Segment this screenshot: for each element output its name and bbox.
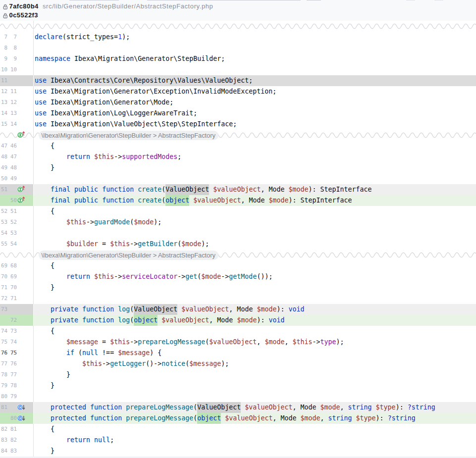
code-text[interactable]: use Ibexa\Contracts\Core\Repository\Valu…: [34, 75, 476, 86]
old-line-number: 71: [0, 282, 7, 293]
code-token: ):: [257, 316, 268, 324]
collapsed-region-separator: \Ibexa\Migration\Generator\StepBuilder >…: [0, 250, 476, 260]
code-text[interactable]: if (null !== $message) {: [34, 348, 476, 358]
code-text[interactable]: protected function prepareLogMessage(Val…: [34, 402, 476, 413]
code-token: $valueObject: [193, 197, 241, 204]
code-text[interactable]: use Ibexa\Migration\Log\LoggerAwareTrait…: [34, 108, 476, 119]
code-token: =: [98, 338, 110, 346]
code-token: ;: [110, 436, 114, 444]
old-line-number: 55: [0, 239, 7, 250]
code-text[interactable]: [34, 293, 476, 304]
interface-implements-icon[interactable]: [15, 184, 25, 194]
gutter: 5049: [0, 173, 34, 184]
code-line: 5554 $builder = $this->getBuilder($mode)…: [0, 239, 476, 250]
code-token: final: [51, 197, 70, 204]
old-line-number: 8: [0, 43, 7, 53]
code-token: $type: [356, 414, 376, 422]
code-text[interactable]: }: [34, 380, 476, 391]
new-commit-hash[interactable]: 0c5522f3: [9, 11, 39, 20]
code-token: ->: [221, 273, 229, 280]
code-text[interactable]: $this->guardMode($mode);: [34, 217, 476, 228]
code-text[interactable]: $message = $this->prepareLogMessage($val…: [34, 337, 476, 348]
code-text[interactable]: }: [34, 162, 476, 173]
method-overridden-icon[interactable]: [15, 402, 25, 412]
new-line-number: 69: [9, 271, 17, 282]
code-token: [35, 436, 66, 444]
gutter: 4948: [0, 162, 34, 173]
code-line: 5251 {: [0, 206, 476, 217]
code-token: $mode: [181, 240, 201, 248]
code-token: , Mode: [229, 305, 257, 313]
old-line-number: [0, 315, 7, 326]
code-text[interactable]: [34, 64, 476, 75]
new-line-number: 83: [9, 446, 17, 457]
code-token: [90, 436, 94, 444]
code-text[interactable]: {: [34, 206, 476, 217]
gutter: 1010: [0, 64, 34, 75]
code-text[interactable]: }: [34, 282, 476, 293]
gutter: 7069: [0, 271, 34, 282]
code-text[interactable]: }: [34, 446, 476, 457]
gutter: 7978: [0, 380, 34, 391]
collapsed-region-label[interactable]: \Ibexa\Migration\Generator\StepBuilder >…: [39, 131, 218, 141]
code-text[interactable]: $builder = $this->getBuilder($mode);: [34, 239, 476, 250]
code-token: ->: [177, 273, 185, 280]
new-line-number: 10: [9, 64, 17, 75]
code-text[interactable]: use Ibexa\Migration\ValueObject\Step\Ste…: [34, 119, 476, 130]
new-line-number: 77: [9, 369, 17, 380]
gutter: 7877: [0, 369, 34, 380]
code-token: create: [138, 186, 161, 193]
code-token: use: [35, 109, 47, 117]
code-token: $valueObject: [209, 338, 257, 346]
code-token: $mode: [264, 338, 284, 346]
code-token: $this: [82, 360, 102, 367]
code-text[interactable]: {: [34, 260, 476, 271]
code-token: [98, 186, 102, 193]
code-token: prepareLogMessage: [126, 414, 193, 422]
new-line-number: 9: [9, 53, 17, 64]
interface-implements-icon[interactable]: [15, 195, 25, 205]
collapsed-region-label[interactable]: \Ibexa\Migration\Generator\StepBuilder >…: [39, 251, 218, 260]
code-text[interactable]: $this->getLogger()->notice($message);: [34, 358, 476, 369]
code-text[interactable]: declare(strict_types=1);: [34, 32, 476, 43]
gutter: 5352: [0, 217, 34, 228]
code-text[interactable]: [34, 228, 476, 239]
old-commit-hash[interactable]: 7afc80b4: [9, 2, 39, 11]
code-text[interactable]: use Ibexa\Migration\Generator\Exception\…: [34, 86, 476, 97]
code-text[interactable]: [34, 173, 476, 184]
old-line-number: 9: [0, 53, 7, 64]
old-line-number: [0, 413, 7, 424]
deleted-line: 51 final public function create(ValueObj…: [0, 184, 476, 195]
code-text[interactable]: return null;: [34, 435, 476, 446]
code-token: , Mode: [261, 186, 288, 193]
code-token: public: [74, 186, 98, 193]
code-text[interactable]: final public function create(ValueObject…: [34, 184, 476, 195]
code-text[interactable]: private function log(object $valueObject…: [34, 315, 476, 326]
code-token: [35, 338, 66, 346]
code-token: void: [288, 305, 304, 313]
code-text[interactable]: {: [34, 326, 476, 337]
code-text[interactable]: private function log(ValueObject $valueO…: [34, 304, 476, 315]
code-token: use: [35, 88, 47, 95]
code-text[interactable]: final public function create(object $val…: [34, 195, 476, 206]
code-token: [114, 316, 118, 324]
interface-implements-icon[interactable]: [15, 130, 25, 140]
old-line-number: 53: [0, 217, 7, 228]
top-hairline-2: [147, 0, 301, 0]
code-text[interactable]: [34, 391, 476, 402]
new-line-number: 12: [9, 97, 17, 108]
code-text[interactable]: {: [34, 141, 476, 152]
code-text[interactable]: {: [34, 424, 476, 435]
code-text[interactable]: namespace Ibexa\Migration\Generator\Step…: [34, 53, 476, 64]
code-text[interactable]: return $this->supportedModes;: [34, 152, 476, 162]
code-text[interactable]: return $this->serviceLocator->get($mode-…: [34, 271, 476, 282]
method-overridden-icon[interactable]: [15, 413, 25, 423]
code-text[interactable]: }: [34, 369, 476, 380]
old-line-number: 81: [0, 402, 7, 413]
code-token: void: [268, 316, 284, 324]
code-text[interactable]: [34, 43, 476, 53]
code-text[interactable]: protected function prepareLogMessage(obj…: [34, 413, 476, 424]
new-line-number: 79: [9, 391, 17, 402]
code-text[interactable]: use Ibexa\Migration\Generator\Mode;: [34, 97, 476, 108]
gutter: 5251: [0, 206, 34, 217]
